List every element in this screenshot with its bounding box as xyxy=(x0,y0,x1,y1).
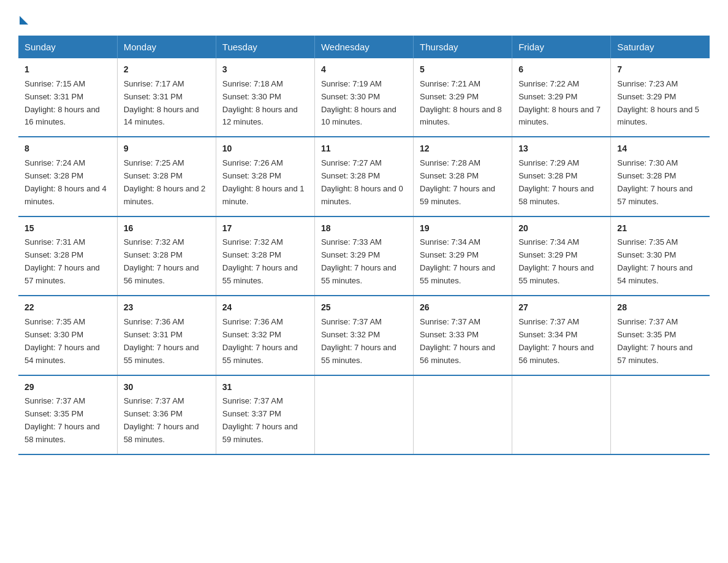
day-info: Sunrise: 7:32 AMSunset: 3:28 PMDaylight:… xyxy=(222,237,298,285)
day-number: 1 xyxy=(25,63,111,77)
day-number: 29 xyxy=(25,381,111,394)
day-info: Sunrise: 7:21 AMSunset: 3:29 PMDaylight:… xyxy=(420,79,502,127)
day-info: Sunrise: 7:34 AMSunset: 3:29 PMDaylight:… xyxy=(518,237,594,285)
day-number: 11 xyxy=(321,142,407,156)
day-info: Sunrise: 7:32 AMSunset: 3:28 PMDaylight:… xyxy=(124,237,199,285)
col-header-sunday: Sunday xyxy=(18,36,117,58)
calendar-cell xyxy=(512,375,611,454)
day-info: Sunrise: 7:37 AMSunset: 3:35 PMDaylight:… xyxy=(617,317,692,365)
day-number: 5 xyxy=(420,63,506,77)
calendar-cell: 18Sunrise: 7:33 AMSunset: 3:29 PMDayligh… xyxy=(314,216,413,296)
col-header-wednesday: Wednesday xyxy=(314,36,413,58)
day-info: Sunrise: 7:18 AMSunset: 3:30 PMDaylight:… xyxy=(222,79,298,127)
day-info: Sunrise: 7:29 AMSunset: 3:28 PMDaylight:… xyxy=(518,158,594,206)
calendar-cell: 5Sunrise: 7:21 AMSunset: 3:29 PMDaylight… xyxy=(414,58,512,137)
calendar-cell xyxy=(611,375,710,454)
day-number: 9 xyxy=(124,142,210,156)
day-info: Sunrise: 7:30 AMSunset: 3:28 PMDaylight:… xyxy=(617,158,692,206)
col-header-thursday: Thursday xyxy=(414,36,512,58)
page-header xyxy=(18,12,710,25)
day-number: 25 xyxy=(321,301,407,315)
day-number: 16 xyxy=(124,222,210,236)
calendar-cell xyxy=(414,375,512,454)
calendar-cell: 2Sunrise: 7:17 AMSunset: 3:31 PMDaylight… xyxy=(117,58,216,137)
calendar-cell xyxy=(314,375,413,454)
day-number: 23 xyxy=(124,301,210,315)
day-number: 30 xyxy=(124,381,210,394)
day-info: Sunrise: 7:33 AMSunset: 3:29 PMDaylight:… xyxy=(321,237,396,285)
calendar-cell: 16Sunrise: 7:32 AMSunset: 3:28 PMDayligh… xyxy=(117,216,216,296)
day-info: Sunrise: 7:28 AMSunset: 3:28 PMDaylight:… xyxy=(420,158,495,206)
calendar-cell: 27Sunrise: 7:37 AMSunset: 3:34 PMDayligh… xyxy=(512,296,611,375)
day-info: Sunrise: 7:37 AMSunset: 3:33 PMDaylight:… xyxy=(420,317,495,365)
day-number: 21 xyxy=(617,222,703,236)
calendar-cell: 10Sunrise: 7:26 AMSunset: 3:28 PMDayligh… xyxy=(216,137,314,216)
day-number: 2 xyxy=(124,63,210,77)
day-info: Sunrise: 7:25 AMSunset: 3:28 PMDaylight:… xyxy=(124,158,206,206)
day-number: 24 xyxy=(222,301,308,315)
day-info: Sunrise: 7:17 AMSunset: 3:31 PMDaylight:… xyxy=(124,79,199,127)
day-number: 4 xyxy=(321,63,407,77)
day-number: 13 xyxy=(518,142,604,156)
col-header-friday: Friday xyxy=(512,36,611,58)
calendar-cell: 21Sunrise: 7:35 AMSunset: 3:30 PMDayligh… xyxy=(611,216,710,296)
col-header-monday: Monday xyxy=(117,36,216,58)
day-number: 17 xyxy=(222,222,308,236)
day-info: Sunrise: 7:26 AMSunset: 3:28 PMDaylight:… xyxy=(222,158,305,206)
calendar-week-row: 8Sunrise: 7:24 AMSunset: 3:28 PMDaylight… xyxy=(18,137,710,216)
calendar-cell: 19Sunrise: 7:34 AMSunset: 3:29 PMDayligh… xyxy=(414,216,512,296)
calendar-cell: 1Sunrise: 7:15 AMSunset: 3:31 PMDaylight… xyxy=(18,58,117,137)
day-number: 12 xyxy=(420,142,506,156)
logo xyxy=(18,12,28,25)
calendar-cell: 17Sunrise: 7:32 AMSunset: 3:28 PMDayligh… xyxy=(216,216,314,296)
day-number: 6 xyxy=(518,63,604,77)
day-number: 15 xyxy=(25,222,111,236)
calendar-cell: 8Sunrise: 7:24 AMSunset: 3:28 PMDaylight… xyxy=(18,137,117,216)
day-info: Sunrise: 7:37 AMSunset: 3:35 PMDaylight:… xyxy=(25,396,100,444)
calendar-cell: 6Sunrise: 7:22 AMSunset: 3:29 PMDaylight… xyxy=(512,58,611,137)
day-info: Sunrise: 7:37 AMSunset: 3:36 PMDaylight:… xyxy=(124,396,199,444)
day-number: 26 xyxy=(420,301,506,315)
calendar-header-row: SundayMondayTuesdayWednesdayThursdayFrid… xyxy=(18,36,710,58)
calendar-week-row: 1Sunrise: 7:15 AMSunset: 3:31 PMDaylight… xyxy=(18,58,710,137)
day-number: 10 xyxy=(222,142,308,156)
day-info: Sunrise: 7:27 AMSunset: 3:28 PMDaylight:… xyxy=(321,158,403,206)
calendar-cell: 24Sunrise: 7:36 AMSunset: 3:32 PMDayligh… xyxy=(216,296,314,375)
day-number: 3 xyxy=(222,63,308,77)
day-info: Sunrise: 7:24 AMSunset: 3:28 PMDaylight:… xyxy=(25,158,107,206)
day-number: 28 xyxy=(617,301,703,315)
day-info: Sunrise: 7:36 AMSunset: 3:32 PMDaylight:… xyxy=(222,317,298,365)
day-info: Sunrise: 7:31 AMSunset: 3:28 PMDaylight:… xyxy=(25,237,100,285)
day-info: Sunrise: 7:37 AMSunset: 3:37 PMDaylight:… xyxy=(222,396,298,444)
col-header-tuesday: Tuesday xyxy=(216,36,314,58)
day-info: Sunrise: 7:36 AMSunset: 3:31 PMDaylight:… xyxy=(124,317,199,365)
calendar-week-row: 15Sunrise: 7:31 AMSunset: 3:28 PMDayligh… xyxy=(18,216,710,296)
day-number: 14 xyxy=(617,142,703,156)
calendar-week-row: 22Sunrise: 7:35 AMSunset: 3:30 PMDayligh… xyxy=(18,296,710,375)
calendar-cell: 25Sunrise: 7:37 AMSunset: 3:32 PMDayligh… xyxy=(314,296,413,375)
day-info: Sunrise: 7:37 AMSunset: 3:34 PMDaylight:… xyxy=(518,317,594,365)
day-info: Sunrise: 7:22 AMSunset: 3:29 PMDaylight:… xyxy=(518,79,601,127)
day-info: Sunrise: 7:35 AMSunset: 3:30 PMDaylight:… xyxy=(617,237,692,285)
day-number: 27 xyxy=(518,301,604,315)
day-number: 7 xyxy=(617,63,703,77)
calendar-cell: 12Sunrise: 7:28 AMSunset: 3:28 PMDayligh… xyxy=(414,137,512,216)
calendar-cell: 15Sunrise: 7:31 AMSunset: 3:28 PMDayligh… xyxy=(18,216,117,296)
day-info: Sunrise: 7:34 AMSunset: 3:29 PMDaylight:… xyxy=(420,237,495,285)
logo-triangle-icon xyxy=(20,16,28,25)
day-info: Sunrise: 7:37 AMSunset: 3:32 PMDaylight:… xyxy=(321,317,396,365)
calendar-cell: 23Sunrise: 7:36 AMSunset: 3:31 PMDayligh… xyxy=(117,296,216,375)
day-info: Sunrise: 7:19 AMSunset: 3:30 PMDaylight:… xyxy=(321,79,396,127)
calendar-cell: 31Sunrise: 7:37 AMSunset: 3:37 PMDayligh… xyxy=(216,375,314,454)
calendar-cell: 11Sunrise: 7:27 AMSunset: 3:28 PMDayligh… xyxy=(314,137,413,216)
day-number: 19 xyxy=(420,222,506,236)
calendar-cell: 30Sunrise: 7:37 AMSunset: 3:36 PMDayligh… xyxy=(117,375,216,454)
calendar-cell: 4Sunrise: 7:19 AMSunset: 3:30 PMDaylight… xyxy=(314,58,413,137)
day-number: 31 xyxy=(222,381,308,394)
day-number: 8 xyxy=(25,142,111,156)
calendar-cell: 20Sunrise: 7:34 AMSunset: 3:29 PMDayligh… xyxy=(512,216,611,296)
calendar-cell: 28Sunrise: 7:37 AMSunset: 3:35 PMDayligh… xyxy=(611,296,710,375)
day-info: Sunrise: 7:35 AMSunset: 3:30 PMDaylight:… xyxy=(25,317,100,365)
calendar-cell: 3Sunrise: 7:18 AMSunset: 3:30 PMDaylight… xyxy=(216,58,314,137)
calendar-cell: 14Sunrise: 7:30 AMSunset: 3:28 PMDayligh… xyxy=(611,137,710,216)
